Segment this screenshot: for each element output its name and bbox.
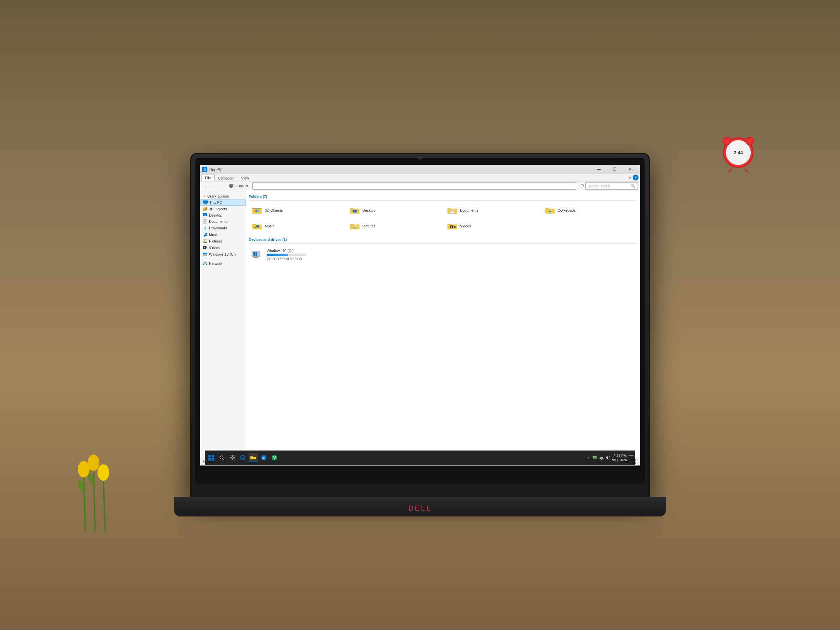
folder-pictures[interactable]: Pictures [346, 219, 442, 233]
folder-downloads-icon [545, 206, 555, 215]
sidebar-label-network: Network [209, 262, 222, 265]
battery-icon[interactable] [592, 455, 597, 460]
refresh-button[interactable] [579, 183, 584, 189]
sidebar-item-desktop[interactable]: Desktop [200, 212, 246, 218]
svg-point-66 [257, 226, 259, 227]
sidebar-label-3d-objects: 3D Objects [209, 207, 227, 211]
folder-3d-objects[interactable]: 3D Objects [249, 204, 344, 217]
notifications-indicator [629, 455, 633, 460]
window-title: This PC [209, 167, 591, 171]
sidebar-item-videos[interactable]: Videos [200, 245, 246, 251]
sidebar-quick-access[interactable]: ★ Quick access [200, 193, 246, 199]
file-explorer-button[interactable] [249, 453, 258, 462]
svg-rect-99 [212, 458, 214, 461]
svg-rect-87 [254, 257, 257, 257]
folder-videos-label: Videos [460, 224, 471, 228]
sidebar-item-network[interactable]: Network [200, 260, 246, 267]
current-path: This PC [237, 184, 250, 188]
folder-music-icon [252, 221, 262, 231]
folder-3d-icon [252, 206, 262, 215]
svg-rect-97 [212, 455, 214, 458]
volume-icon[interactable] [606, 455, 610, 460]
folder-downloads[interactable]: Downloads [542, 204, 638, 217]
folder-videos[interactable]: Videos [444, 219, 540, 233]
tab-computer[interactable]: Computer [215, 175, 238, 181]
file-explorer-window: ⊞ This PC — ❐ ✕ File Computer View [200, 165, 640, 466]
svg-point-71 [353, 226, 354, 227]
svg-rect-78 [450, 228, 450, 228]
store-icon: 🛍 [261, 455, 267, 460]
app-button[interactable] [270, 453, 279, 462]
sidebar-label-pictures: Pictures [209, 239, 222, 243]
network-tray-icon[interactable] [599, 455, 604, 460]
window-icon: ⊞ [202, 167, 207, 172]
drive-info: Windows 10 (C:) 27.2 GB free of 59.8 GB [267, 249, 634, 261]
sidebar-item-pictures[interactable]: Pictures [200, 238, 246, 245]
svg-rect-80 [453, 228, 453, 228]
window-controls: — ❐ ✕ [591, 165, 638, 174]
close-button[interactable]: ✕ [623, 165, 638, 174]
address-input[interactable] [252, 182, 576, 189]
sidebar-label-videos: Videos [209, 246, 220, 250]
drive-windows-c[interactable]: Windows 10 (C:) 27.2 GB free of 59.8 GB [249, 246, 637, 263]
sidebar-label-downloads: Downloads [209, 226, 227, 230]
brand-logo: DELL [408, 504, 431, 513]
folder-pictures-icon [349, 221, 360, 231]
folder-desktop-label: Desktop [363, 208, 376, 212]
folder-music[interactable]: Music [249, 219, 344, 233]
edge-button[interactable] [238, 453, 248, 462]
videos-icon [203, 245, 207, 250]
svg-rect-17 [230, 188, 233, 188]
svg-line-47 [205, 263, 207, 264]
tray-expand-icon[interactable]: ∧ [586, 455, 591, 460]
svg-rect-84 [256, 252, 257, 254]
folder-desktop-icon [349, 206, 360, 215]
svg-point-114 [601, 459, 602, 460]
sidebar-label-desktop: Desktop [209, 213, 222, 217]
svg-line-46 [204, 263, 205, 264]
folder-documents[interactable]: Documents [444, 204, 540, 217]
network-tray-indicator [599, 456, 604, 460]
search-box[interactable]: Search This PC 🔍 [585, 182, 638, 189]
up-button[interactable]: ↑ [219, 182, 226, 189]
tab-file[interactable]: File [202, 175, 215, 181]
star-icon: ★ [203, 194, 206, 198]
sidebar-item-3d-objects[interactable]: 3D Objects [200, 206, 246, 212]
folder-desktop[interactable]: Desktop [346, 204, 442, 217]
quick-access-label: Quick access [207, 194, 229, 198]
folder-videos-icon [447, 221, 458, 231]
sidebar-spacer [200, 257, 246, 260]
sidebar-item-downloads[interactable]: Downloads [200, 225, 246, 231]
refresh-icon [579, 183, 584, 189]
svg-rect-15 [229, 185, 233, 187]
sidebar-label-windows-c: Windows 10 (C:) [209, 252, 235, 256]
sidebar-item-this-pc[interactable]: This PC [200, 199, 246, 206]
help-button[interactable]: ? [633, 175, 638, 180]
svg-rect-116 [629, 455, 633, 460]
forward-button[interactable]: → [211, 182, 218, 189]
sidebar-item-documents[interactable]: Documents [200, 218, 246, 225]
search-button[interactable] [217, 453, 226, 462]
taskbar-tray: ∧ [586, 453, 634, 462]
3d-objects-icon [203, 207, 207, 211]
store-button[interactable]: 🛍 [259, 453, 268, 462]
sidebar-label-documents: Documents [209, 219, 227, 223]
back-button[interactable]: ← [202, 182, 209, 189]
minimize-button[interactable]: — [591, 165, 606, 174]
sidebar-label-music: Music [209, 233, 218, 237]
sidebar-item-windows-c[interactable]: Windows 10 (C:) [200, 251, 246, 257]
svg-rect-96 [208, 455, 211, 458]
start-button[interactable] [207, 453, 216, 462]
ribbon-expand-icon[interactable]: ∧ [629, 175, 633, 180]
svg-rect-77 [450, 226, 450, 226]
clock-area[interactable]: 2:44 PM 9/11/2024 [612, 453, 627, 462]
tab-view[interactable]: View [238, 175, 253, 181]
screen-bezel: ⊞ This PC — ❐ ✕ File Computer View [195, 158, 645, 484]
sidebar-item-music[interactable]: Music [200, 231, 246, 238]
svg-rect-20 [204, 204, 207, 204]
breadcrumb: › This PC [229, 184, 250, 188]
task-view-button[interactable] [228, 453, 237, 462]
notifications-icon[interactable] [629, 455, 633, 460]
maximize-button[interactable]: ❐ [607, 165, 622, 174]
svg-line-101 [223, 459, 224, 460]
